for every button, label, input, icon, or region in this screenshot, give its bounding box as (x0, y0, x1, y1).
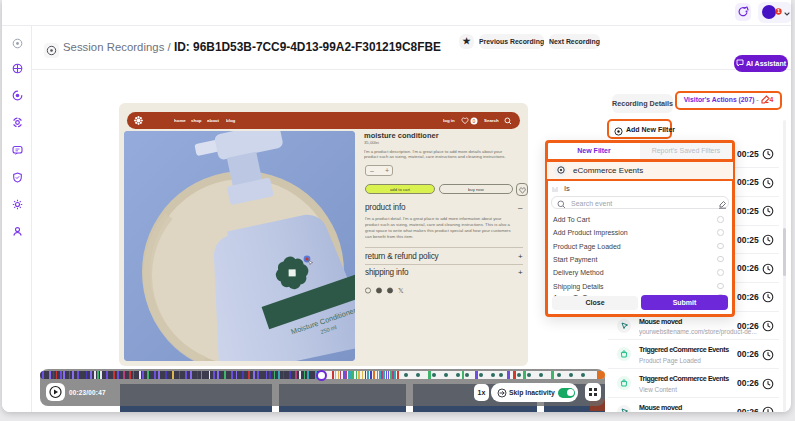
svg-text:0: 0 (473, 118, 476, 124)
svg-text:𝕏: 𝕏 (398, 287, 404, 294)
